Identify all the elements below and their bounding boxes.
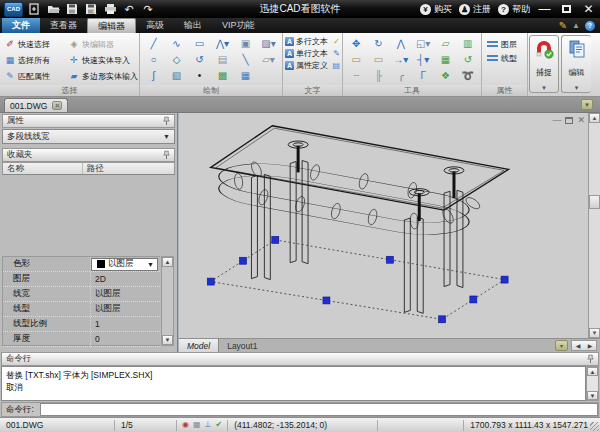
copy-object-icon[interactable]: ▱▾	[262, 53, 275, 67]
scroll-up-icon[interactable]: ▲	[589, 113, 600, 123]
construction-line-icon[interactable]: ╲	[242, 53, 248, 67]
align-icon[interactable]: ▥	[463, 37, 472, 51]
property-row-layer[interactable]: 图层 2D	[3, 272, 160, 287]
mdi-restore-icon[interactable]	[565, 117, 573, 124]
selection-box[interactable]	[211, 240, 505, 319]
command-input[interactable]	[40, 403, 598, 416]
revision-cloud-icon[interactable]: ʃ	[152, 69, 154, 83]
text-side-icon[interactable]: ✓	[333, 37, 340, 46]
region-icon[interactable]: ▣	[241, 37, 250, 51]
close-document-icon[interactable]: ✕	[52, 101, 62, 110]
entity-type-dropdown[interactable]: 多段线线宽 ▼	[2, 129, 175, 144]
update-icon[interactable]: ↺	[464, 53, 472, 67]
text-side-icon[interactable]: ✎	[333, 49, 340, 58]
menu-viewer[interactable]: 查看器	[40, 18, 87, 33]
mdi-close-icon[interactable]: ✕	[577, 115, 585, 125]
hatch-icon[interactable]: ▨▾	[261, 37, 275, 51]
join-icon[interactable]: ➰	[462, 69, 474, 83]
document-tab[interactable]: 001.DWG ✕	[4, 98, 68, 112]
ortho-icon[interactable]: ⊥	[205, 420, 212, 430]
scale-icon[interactable]: ◱▾	[416, 37, 430, 51]
text-side-icon[interactable]: ▤	[332, 61, 340, 70]
property-row-linetype[interactable]: 线型 以图层	[3, 302, 160, 317]
save-icon[interactable]	[64, 2, 80, 16]
chevron-up-icon[interactable]: ▲	[572, 21, 580, 30]
snap-button[interactable]: 捕捉 ▾	[529, 35, 559, 93]
paste-base-icon[interactable]: ▭	[351, 53, 360, 67]
table-icon[interactable]: ▦	[241, 69, 250, 83]
chevron-down-icon[interactable]: ▾	[575, 85, 579, 91]
layout-expand-button[interactable]: ▾	[555, 340, 568, 351]
stretch-icon[interactable]: ╟	[375, 69, 382, 83]
block-insert-icon[interactable]: ▤	[218, 53, 227, 67]
linetype-button[interactable]: 线型	[484, 53, 525, 64]
raster-image-icon[interactable]: ▩	[218, 69, 227, 83]
property-row-lineweight[interactable]: 线宽 以图层	[3, 287, 160, 302]
gradient-hatch-icon[interactable]: ▧	[172, 69, 181, 83]
offset-icon[interactable]: →▾	[393, 53, 408, 67]
pin-icon[interactable]	[587, 354, 594, 364]
paste-icon[interactable]: ▭	[374, 53, 383, 67]
menu-vip[interactable]: VIP功能	[212, 18, 265, 33]
scroll-up-icon[interactable]: ▲	[162, 257, 173, 267]
mdi-minimize-icon[interactable]: —	[552, 115, 561, 125]
fillet-icon[interactable]: ╭	[398, 69, 404, 83]
polygon-entity-input-button[interactable]: ▰ 多边形实体输入	[66, 68, 140, 84]
polyline-icon[interactable]: ⋀▾	[216, 37, 229, 51]
drawing-canvas[interactable]: — ✕	[179, 113, 588, 338]
maximize-button[interactable]	[559, 1, 574, 17]
group-icon[interactable]: ▦	[441, 53, 450, 67]
line-icon[interactable]: ╱	[150, 37, 156, 51]
property-row-color[interactable]: 色彩 以图层 ▼	[3, 257, 160, 272]
pin-icon[interactable]	[163, 116, 170, 126]
redo-icon[interactable]: ↷	[140, 2, 156, 16]
menu-editor[interactable]: 编辑器	[87, 18, 136, 33]
print-icon[interactable]	[102, 2, 118, 16]
scrollbar-thumb[interactable]	[589, 195, 600, 209]
property-row-thickness[interactable]: 厚度 0	[3, 332, 160, 347]
layer-button[interactable]: 图层	[484, 39, 525, 50]
expand-tabs-button[interactable]: ▾	[581, 99, 593, 110]
mirror-icon[interactable]: ⋀	[397, 37, 405, 51]
spline-icon[interactable]: ∿	[172, 37, 180, 51]
quick-select-button[interactable]: ✐ 快速选择	[2, 36, 66, 52]
arc-icon[interactable]: ↺	[195, 53, 203, 67]
command-scrollbar[interactable]: ▲ ▼	[586, 366, 599, 401]
help-button[interactable]: ? 帮助	[498, 3, 530, 16]
block-editor-button[interactable]: ◈ 块编辑器	[66, 36, 140, 52]
single-text-button[interactable]: A 单行文本 ✎	[285, 48, 340, 59]
explode-icon[interactable]: ❖	[441, 69, 450, 83]
property-row-ltscale[interactable]: 线型比例 1	[3, 317, 160, 332]
tab-layout1[interactable]: Layout1	[219, 339, 265, 352]
resize-grip[interactable]	[590, 422, 599, 431]
property-scrollbar[interactable]: ▲ ▼	[161, 256, 174, 346]
attribute-define-button[interactable]: A 属性定义 ▤	[285, 60, 340, 71]
lengthen-icon[interactable]: ╌	[353, 69, 359, 83]
match-properties-button[interactable]: ✎ 匹配属性	[2, 68, 66, 84]
layout-scroll-arrows[interactable]: ◀▶	[571, 340, 597, 351]
scroll-up-icon[interactable]: ▲	[587, 367, 598, 376]
scroll-down-icon[interactable]: ▼	[587, 391, 598, 400]
command-history[interactable]: 替换 [TXT.shx] 字体为 [SIMPLEX.SHX] 取消	[1, 366, 586, 401]
trim-icon[interactable]: ┤▾	[417, 53, 429, 67]
undo-icon[interactable]: ↶	[121, 2, 137, 16]
move-icon[interactable]: ✥	[352, 37, 360, 51]
menu-output[interactable]: 输出	[174, 18, 212, 33]
buy-button[interactable]: ¥ 购买	[420, 3, 452, 16]
cad-logo[interactable]: CAD	[4, 2, 23, 17]
mtext-button[interactable]: A 多行文本 ✓	[285, 36, 340, 47]
select-all-button[interactable]: ▦ 选择所有	[2, 52, 66, 68]
lineweight-icon[interactable]: ✔	[216, 420, 223, 430]
snap-marker-icon[interactable]: ◉	[182, 420, 189, 430]
open-file-icon[interactable]	[45, 2, 61, 16]
rectangle-icon[interactable]: ▭	[195, 37, 204, 51]
copy-icon[interactable]: ▱	[442, 37, 450, 51]
point-icon[interactable]: •	[198, 69, 202, 83]
save-as-icon[interactable]	[83, 2, 99, 16]
edit-button[interactable]: 编辑 ▾	[561, 35, 591, 93]
minimize-button[interactable]: —	[537, 1, 552, 17]
scroll-down-icon[interactable]: ▼	[589, 328, 600, 338]
polygon-icon[interactable]: ◇	[173, 53, 181, 67]
menu-file[interactable]: 文件	[2, 18, 40, 33]
quick-entity-import-button[interactable]: ✛ 快速实体导入	[66, 52, 140, 68]
